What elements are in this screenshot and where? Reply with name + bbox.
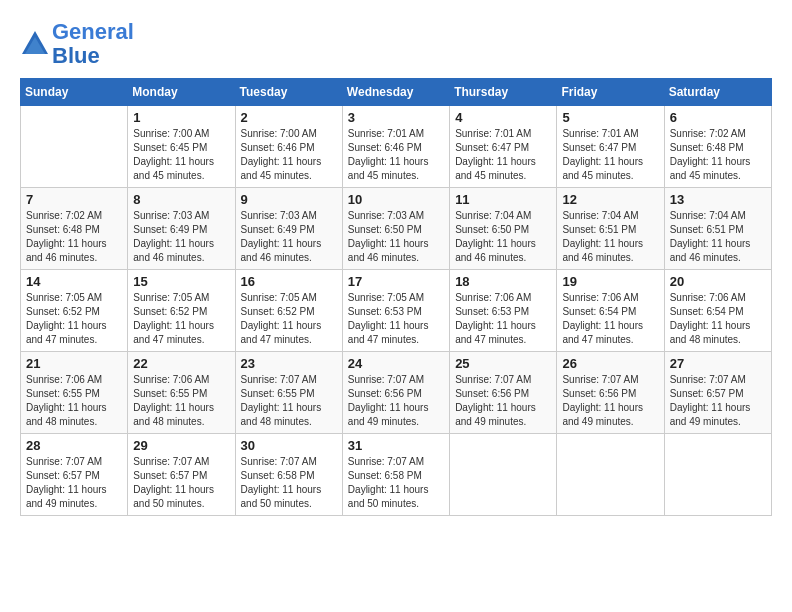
day-info: Sunrise: 7:02 AMSunset: 6:48 PMDaylight:… — [26, 209, 122, 265]
day-number: 24 — [348, 356, 444, 371]
calendar-cell: 29Sunrise: 7:07 AMSunset: 6:57 PMDayligh… — [128, 434, 235, 516]
day-info: Sunrise: 7:06 AMSunset: 6:55 PMDaylight:… — [133, 373, 229, 429]
day-number: 8 — [133, 192, 229, 207]
day-info: Sunrise: 7:01 AMSunset: 6:46 PMDaylight:… — [348, 127, 444, 183]
calendar-cell: 11Sunrise: 7:04 AMSunset: 6:50 PMDayligh… — [450, 188, 557, 270]
calendar-cell: 21Sunrise: 7:06 AMSunset: 6:55 PMDayligh… — [21, 352, 128, 434]
day-info: Sunrise: 7:07 AMSunset: 6:58 PMDaylight:… — [241, 455, 337, 511]
day-number: 11 — [455, 192, 551, 207]
day-info: Sunrise: 7:04 AMSunset: 6:51 PMDaylight:… — [670, 209, 766, 265]
calendar-cell: 19Sunrise: 7:06 AMSunset: 6:54 PMDayligh… — [557, 270, 664, 352]
day-number: 6 — [670, 110, 766, 125]
calendar-cell — [664, 434, 771, 516]
day-number: 3 — [348, 110, 444, 125]
calendar-cell: 8Sunrise: 7:03 AMSunset: 6:49 PMDaylight… — [128, 188, 235, 270]
calendar-cell: 23Sunrise: 7:07 AMSunset: 6:55 PMDayligh… — [235, 352, 342, 434]
logo-icon — [20, 29, 50, 59]
day-info: Sunrise: 7:05 AMSunset: 6:52 PMDaylight:… — [241, 291, 337, 347]
day-number: 18 — [455, 274, 551, 289]
weekday-header-sunday: Sunday — [21, 79, 128, 106]
day-info: Sunrise: 7:07 AMSunset: 6:57 PMDaylight:… — [26, 455, 122, 511]
day-info: Sunrise: 7:06 AMSunset: 6:54 PMDaylight:… — [670, 291, 766, 347]
calendar-cell: 5Sunrise: 7:01 AMSunset: 6:47 PMDaylight… — [557, 106, 664, 188]
day-info: Sunrise: 7:06 AMSunset: 6:54 PMDaylight:… — [562, 291, 658, 347]
calendar-cell: 6Sunrise: 7:02 AMSunset: 6:48 PMDaylight… — [664, 106, 771, 188]
day-info: Sunrise: 7:05 AMSunset: 6:53 PMDaylight:… — [348, 291, 444, 347]
week-row-1: 1Sunrise: 7:00 AMSunset: 6:45 PMDaylight… — [21, 106, 772, 188]
day-info: Sunrise: 7:07 AMSunset: 6:56 PMDaylight:… — [348, 373, 444, 429]
day-number: 7 — [26, 192, 122, 207]
day-number: 16 — [241, 274, 337, 289]
week-row-3: 14Sunrise: 7:05 AMSunset: 6:52 PMDayligh… — [21, 270, 772, 352]
calendar-cell: 14Sunrise: 7:05 AMSunset: 6:52 PMDayligh… — [21, 270, 128, 352]
calendar-cell: 9Sunrise: 7:03 AMSunset: 6:49 PMDaylight… — [235, 188, 342, 270]
day-number: 17 — [348, 274, 444, 289]
calendar-cell: 28Sunrise: 7:07 AMSunset: 6:57 PMDayligh… — [21, 434, 128, 516]
weekday-header-tuesday: Tuesday — [235, 79, 342, 106]
day-info: Sunrise: 7:05 AMSunset: 6:52 PMDaylight:… — [133, 291, 229, 347]
calendar-cell: 4Sunrise: 7:01 AMSunset: 6:47 PMDaylight… — [450, 106, 557, 188]
day-info: Sunrise: 7:01 AMSunset: 6:47 PMDaylight:… — [455, 127, 551, 183]
day-number: 27 — [670, 356, 766, 371]
day-info: Sunrise: 7:07 AMSunset: 6:58 PMDaylight:… — [348, 455, 444, 511]
logo-text: General Blue — [52, 20, 134, 68]
day-number: 19 — [562, 274, 658, 289]
calendar-cell: 15Sunrise: 7:05 AMSunset: 6:52 PMDayligh… — [128, 270, 235, 352]
day-number: 31 — [348, 438, 444, 453]
calendar-cell: 31Sunrise: 7:07 AMSunset: 6:58 PMDayligh… — [342, 434, 449, 516]
calendar-cell: 24Sunrise: 7:07 AMSunset: 6:56 PMDayligh… — [342, 352, 449, 434]
weekday-header-row: SundayMondayTuesdayWednesdayThursdayFrid… — [21, 79, 772, 106]
day-number: 25 — [455, 356, 551, 371]
day-info: Sunrise: 7:03 AMSunset: 6:49 PMDaylight:… — [133, 209, 229, 265]
day-number: 22 — [133, 356, 229, 371]
calendar-cell: 3Sunrise: 7:01 AMSunset: 6:46 PMDaylight… — [342, 106, 449, 188]
calendar-cell: 12Sunrise: 7:04 AMSunset: 6:51 PMDayligh… — [557, 188, 664, 270]
calendar-table: SundayMondayTuesdayWednesdayThursdayFrid… — [20, 78, 772, 516]
page-header: General Blue — [20, 20, 772, 68]
day-number: 30 — [241, 438, 337, 453]
day-info: Sunrise: 7:07 AMSunset: 6:57 PMDaylight:… — [670, 373, 766, 429]
day-number: 12 — [562, 192, 658, 207]
calendar-cell — [557, 434, 664, 516]
day-number: 14 — [26, 274, 122, 289]
week-row-2: 7Sunrise: 7:02 AMSunset: 6:48 PMDaylight… — [21, 188, 772, 270]
day-info: Sunrise: 7:03 AMSunset: 6:50 PMDaylight:… — [348, 209, 444, 265]
day-info: Sunrise: 7:03 AMSunset: 6:49 PMDaylight:… — [241, 209, 337, 265]
day-info: Sunrise: 7:06 AMSunset: 6:55 PMDaylight:… — [26, 373, 122, 429]
weekday-header-thursday: Thursday — [450, 79, 557, 106]
calendar-cell — [450, 434, 557, 516]
day-info: Sunrise: 7:04 AMSunset: 6:50 PMDaylight:… — [455, 209, 551, 265]
day-number: 4 — [455, 110, 551, 125]
calendar-cell: 18Sunrise: 7:06 AMSunset: 6:53 PMDayligh… — [450, 270, 557, 352]
calendar-cell: 13Sunrise: 7:04 AMSunset: 6:51 PMDayligh… — [664, 188, 771, 270]
calendar-cell: 20Sunrise: 7:06 AMSunset: 6:54 PMDayligh… — [664, 270, 771, 352]
day-number: 21 — [26, 356, 122, 371]
day-number: 1 — [133, 110, 229, 125]
calendar-cell: 25Sunrise: 7:07 AMSunset: 6:56 PMDayligh… — [450, 352, 557, 434]
logo: General Blue — [20, 20, 134, 68]
weekday-header-monday: Monday — [128, 79, 235, 106]
weekday-header-saturday: Saturday — [664, 79, 771, 106]
day-info: Sunrise: 7:06 AMSunset: 6:53 PMDaylight:… — [455, 291, 551, 347]
calendar-cell: 17Sunrise: 7:05 AMSunset: 6:53 PMDayligh… — [342, 270, 449, 352]
day-info: Sunrise: 7:07 AMSunset: 6:55 PMDaylight:… — [241, 373, 337, 429]
day-number: 15 — [133, 274, 229, 289]
week-row-4: 21Sunrise: 7:06 AMSunset: 6:55 PMDayligh… — [21, 352, 772, 434]
weekday-header-wednesday: Wednesday — [342, 79, 449, 106]
day-info: Sunrise: 7:00 AMSunset: 6:46 PMDaylight:… — [241, 127, 337, 183]
day-number: 26 — [562, 356, 658, 371]
day-info: Sunrise: 7:07 AMSunset: 6:56 PMDaylight:… — [455, 373, 551, 429]
day-info: Sunrise: 7:04 AMSunset: 6:51 PMDaylight:… — [562, 209, 658, 265]
week-row-5: 28Sunrise: 7:07 AMSunset: 6:57 PMDayligh… — [21, 434, 772, 516]
day-info: Sunrise: 7:02 AMSunset: 6:48 PMDaylight:… — [670, 127, 766, 183]
day-number: 28 — [26, 438, 122, 453]
calendar-cell: 1Sunrise: 7:00 AMSunset: 6:45 PMDaylight… — [128, 106, 235, 188]
day-number: 29 — [133, 438, 229, 453]
calendar-cell: 16Sunrise: 7:05 AMSunset: 6:52 PMDayligh… — [235, 270, 342, 352]
day-number: 10 — [348, 192, 444, 207]
calendar-cell: 7Sunrise: 7:02 AMSunset: 6:48 PMDaylight… — [21, 188, 128, 270]
day-number: 23 — [241, 356, 337, 371]
calendar-cell: 22Sunrise: 7:06 AMSunset: 6:55 PMDayligh… — [128, 352, 235, 434]
weekday-header-friday: Friday — [557, 79, 664, 106]
day-info: Sunrise: 7:01 AMSunset: 6:47 PMDaylight:… — [562, 127, 658, 183]
